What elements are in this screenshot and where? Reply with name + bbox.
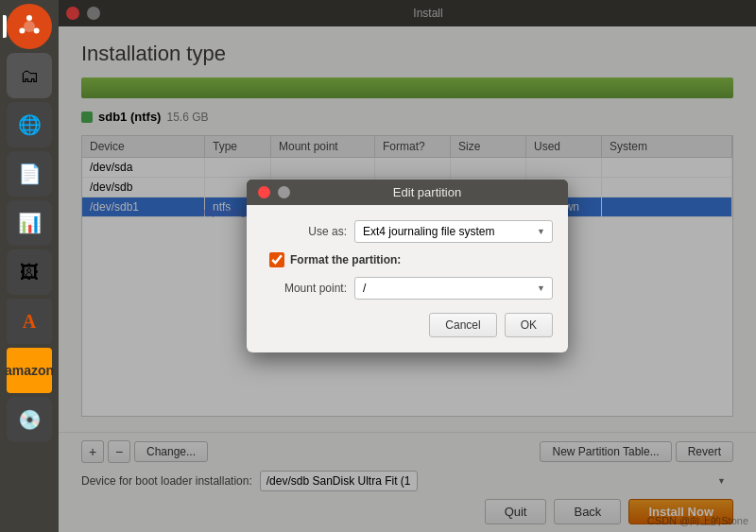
svg-point-4: [19, 28, 25, 34]
svg-point-1: [24, 21, 35, 32]
mount-point-label: Mount point:: [262, 282, 347, 295]
mount-point-select-wrapper: / /boot /home /tmp /usr /var: [354, 277, 553, 300]
use-as-select[interactable]: Ext4 journaling file system Ext3 journal…: [354, 220, 553, 243]
svg-point-3: [34, 28, 40, 34]
sidebar-item-store[interactable]: A: [7, 299, 52, 344]
mount-point-row: Mount point: / /boot /home /tmp /usr /va…: [262, 277, 553, 300]
modal-overlay: Edit partition Use as: Ext4 journaling f…: [59, 0, 756, 532]
sidebar-item-installer[interactable]: 💿: [7, 397, 52, 442]
modal-footer: Cancel OK: [262, 313, 553, 337]
sidebar-item-amazon[interactable]: amazon: [7, 348, 52, 393]
sidebar-item-files[interactable]: 🗂: [7, 53, 52, 98]
format-partition-checkbox[interactable]: [269, 252, 284, 267]
sidebar-item-browser[interactable]: 🌐: [7, 102, 52, 147]
sidebar-item-ubuntu[interactable]: [7, 4, 52, 49]
edit-partition-dialog: Edit partition Use as: Ext4 journaling f…: [247, 180, 568, 352]
modal-titlebar: Edit partition: [247, 180, 568, 205]
modal-minimize-button[interactable]: [278, 186, 290, 198]
cancel-button[interactable]: Cancel: [429, 313, 496, 337]
modal-close-button[interactable]: [258, 186, 270, 198]
sidebar-item-photos[interactable]: 🖼: [7, 249, 52, 295]
sidebar-item-spreadsheet[interactable]: 📊: [7, 200, 52, 246]
modal-title: Edit partition: [298, 185, 557, 199]
svg-point-2: [26, 15, 32, 21]
format-partition-label: Format the partition:: [290, 253, 401, 266]
format-checkbox-row: Format the partition:: [262, 252, 553, 267]
modal-body: Use as: Ext4 journaling file system Ext3…: [247, 205, 568, 352]
use-as-row: Use as: Ext4 journaling file system Ext3…: [262, 220, 553, 243]
ok-button[interactable]: OK: [505, 313, 553, 337]
use-as-select-wrapper: Ext4 journaling file system Ext3 journal…: [354, 220, 553, 243]
main-window: Install Installation type sdb1 (ntfs) 15…: [59, 0, 756, 532]
mount-point-select[interactable]: / /boot /home /tmp /usr /var: [354, 277, 553, 300]
sidebar-item-docs[interactable]: 📄: [7, 151, 52, 197]
sidebar: 🗂 🌐 📄 📊 🖼 A amazon 💿: [0, 0, 59, 532]
use-as-label: Use as:: [262, 225, 347, 238]
